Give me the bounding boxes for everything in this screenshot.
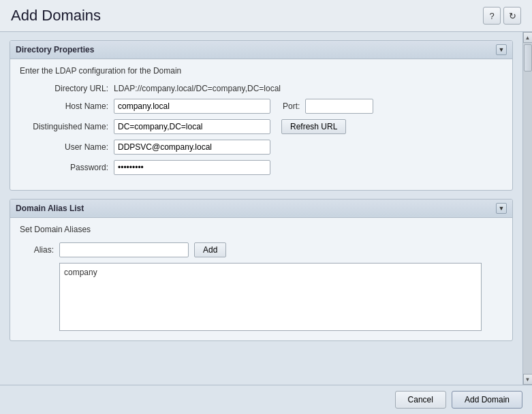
password-input[interactable]: [114, 160, 270, 175]
domain-alias-collapse-button[interactable]: ▼: [496, 203, 507, 214]
user-name-input[interactable]: [114, 140, 270, 155]
domain-alias-subtitle: Set Domain Aliases: [20, 225, 503, 234]
scrollbar-down-arrow[interactable]: ▼: [523, 374, 533, 385]
directory-url-row: Directory URL: LDAP://company.local/DC=c…: [20, 84, 503, 93]
domain-alias-panel-body: Set Domain Aliases Alias: Add company: [10, 218, 512, 340]
alias-label: Alias:: [20, 245, 54, 255]
distinguished-name-input[interactable]: [114, 119, 270, 134]
distinguished-name-row: Distinguished Name: Refresh URL: [20, 119, 503, 134]
user-name-row: User Name:: [20, 140, 503, 155]
host-name-row: Host Name: Port:: [20, 99, 503, 114]
host-name-label: Host Name:: [20, 101, 108, 111]
directory-properties-subtitle: Enter the LDAP configuration for the Dom…: [20, 66, 503, 76]
domain-alias-title: Domain Alias List: [16, 204, 84, 213]
port-input[interactable]: [305, 99, 373, 114]
alias-input[interactable]: [59, 242, 189, 257]
main-container: Add Domains ? ↻ Directory Properties ▼: [0, 0, 532, 414]
directory-properties-panel-body: Enter the LDAP configuration for the Dom…: [10, 59, 512, 190]
alias-list: company: [59, 263, 482, 331]
directory-url-label: Directory URL:: [20, 84, 108, 93]
help-icon-button[interactable]: ?: [483, 7, 501, 25]
page-title: Add Domains: [11, 7, 101, 25]
password-label: Password:: [20, 163, 108, 172]
refresh-page-icon: ↻: [509, 11, 516, 21]
header-icons: ? ↻: [483, 7, 521, 25]
password-row: Password:: [20, 160, 503, 175]
scroll-content: Directory Properties ▼ Enter the LDAP co…: [0, 32, 522, 385]
directory-url-value: LDAP://company.local/DC=company,DC=local: [114, 84, 281, 93]
footer: Cancel Add Domain: [0, 385, 532, 414]
scrollbar-up-arrow[interactable]: ▲: [523, 32, 533, 43]
header: Add Domains ? ↻: [0, 0, 532, 32]
directory-properties-title: Directory Properties: [16, 45, 94, 54]
domain-alias-panel: Domain Alias List ▼ Set Domain Aliases A…: [10, 199, 513, 341]
alias-input-row: Alias: Add: [20, 242, 503, 257]
host-name-input[interactable]: [114, 99, 270, 114]
cancel-button[interactable]: Cancel: [395, 391, 446, 409]
refresh-url-button[interactable]: Refresh URL: [281, 119, 346, 134]
help-icon: ?: [489, 11, 494, 21]
alias-list-item: company: [64, 268, 477, 277]
add-alias-button[interactable]: Add: [194, 242, 226, 257]
collapse-icon: ▼: [499, 46, 505, 53]
directory-properties-panel: Directory Properties ▼ Enter the LDAP co…: [10, 40, 513, 191]
directory-properties-panel-header: Directory Properties ▼: [10, 41, 512, 59]
add-domain-button[interactable]: Add Domain: [452, 391, 522, 409]
port-label: Port:: [276, 101, 300, 111]
user-name-label: User Name:: [20, 142, 108, 152]
domain-alias-collapse-icon: ▼: [499, 205, 505, 212]
scrollbar: ▲ ▼: [522, 32, 532, 385]
distinguished-name-label: Distinguished Name:: [20, 122, 108, 131]
port-refresh-group: Port:: [276, 99, 373, 114]
content-area: Directory Properties ▼ Enter the LDAP co…: [0, 32, 532, 385]
scrollbar-thumb[interactable]: [524, 44, 532, 71]
refresh-icon-button[interactable]: ↻: [503, 7, 521, 25]
domain-alias-panel-header: Domain Alias List ▼: [10, 200, 512, 218]
directory-properties-collapse-button[interactable]: ▼: [496, 44, 507, 55]
